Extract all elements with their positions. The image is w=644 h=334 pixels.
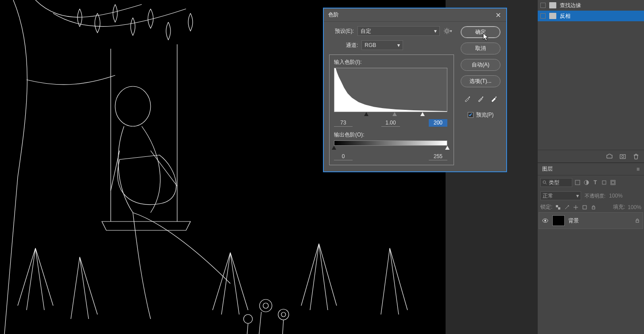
preset-value: 自定 <box>361 27 371 35</box>
input-black-field[interactable] <box>334 119 353 127</box>
svg-line-30 <box>448 29 449 30</box>
input-slider-track[interactable] <box>334 112 447 118</box>
input-levels-label: 输入色阶(I): <box>334 59 362 65</box>
right-panels: 查找边缘 反相 图层 ≡ 类型 T 正 <box>538 0 644 334</box>
layers-panel: 图层 ≡ 类型 T 正常 ▾ 不透明度: 100% 锁定: <box>538 163 644 229</box>
dialog-title-text: 色阶 <box>328 11 339 19</box>
channel-select[interactable]: RGB ▾ <box>361 40 403 50</box>
levels-dialog: 色阶 预设(E): 自定 ▾ ▾ 通道: RGB ▾ 输入色阶(I): <box>323 8 507 172</box>
cancel-button[interactable]: 取消 <box>461 43 500 54</box>
preset-select[interactable]: 自定 ▾ <box>357 26 440 36</box>
svg-line-28 <box>445 29 446 30</box>
svg-rect-13 <box>602 181 606 184</box>
ok-button[interactable]: 确定 <box>461 26 500 38</box>
lock-label: 锁定: <box>540 203 552 211</box>
fill-label: 填充: <box>613 203 625 211</box>
chevron-down-icon: ▾ <box>434 28 437 34</box>
layer-filter-type[interactable]: 类型 <box>540 178 572 187</box>
history-label: 反相 <box>560 12 570 20</box>
output-slider-track[interactable] <box>334 146 447 152</box>
history-checkbox[interactable] <box>540 3 546 8</box>
output-black-slider[interactable] <box>332 146 336 150</box>
fill-value[interactable]: 100% <box>628 204 641 210</box>
svg-line-29 <box>448 32 449 33</box>
history-item-invert[interactable]: 反相 <box>538 11 644 21</box>
eyedropper-black-icon[interactable] <box>463 94 472 103</box>
history-item-find-edges[interactable]: 查找边缘 <box>538 0 644 11</box>
document-icon <box>549 13 556 19</box>
output-black-field[interactable] <box>334 153 353 160</box>
output-gradient[interactable] <box>334 140 447 146</box>
history-label: 查找边缘 <box>560 2 581 9</box>
eyedropper-gray-icon[interactable] <box>476 94 485 103</box>
svg-rect-11 <box>575 180 580 185</box>
layer-thumbnail <box>552 215 565 226</box>
input-white-field[interactable] <box>429 119 447 127</box>
output-section: 输出色阶(O): <box>334 131 449 160</box>
trash-icon[interactable] <box>632 153 640 160</box>
camera-icon[interactable] <box>619 153 626 160</box>
svg-rect-15 <box>612 181 614 184</box>
auto-button[interactable]: 自动(A) <box>461 59 500 71</box>
dialog-titlebar[interactable]: 色阶 <box>324 8 506 22</box>
black-point-slider[interactable] <box>364 112 369 116</box>
preview-checkbox[interactable]: ✔ <box>468 112 473 118</box>
svg-line-31 <box>445 32 446 33</box>
output-levels-label: 输出色阶(O): <box>334 132 365 138</box>
lock-transparency-icon[interactable] <box>555 204 561 210</box>
input-values-row <box>334 119 447 127</box>
svg-line-10 <box>546 183 547 185</box>
preview-row: ✔ 预览(P) <box>468 111 494 119</box>
layer-item-background[interactable]: 背景 <box>539 212 643 229</box>
output-white-field[interactable] <box>429 153 447 160</box>
chevron-down-icon: ▾ <box>576 193 579 199</box>
history-checkbox[interactable] <box>540 13 546 19</box>
visibility-icon[interactable] <box>542 217 549 224</box>
channel-value: RGB <box>365 42 376 48</box>
lock-position-icon[interactable] <box>573 204 579 210</box>
channel-label: 通道: <box>346 42 358 49</box>
gamma-slider[interactable] <box>392 112 397 116</box>
eyedropper-white-icon[interactable] <box>489 94 498 103</box>
dialog-buttons: 确定 取消 自动(A) 选项(T)... ✔ 预览(P) <box>460 26 501 119</box>
output-white-slider[interactable] <box>445 146 450 150</box>
histogram[interactable] <box>334 68 447 112</box>
svg-point-21 <box>544 220 546 221</box>
svg-point-9 <box>543 181 546 183</box>
svg-point-8 <box>622 155 624 158</box>
filter-smartobject-icon[interactable] <box>609 179 617 186</box>
lock-artboard-icon[interactable] <box>582 204 588 210</box>
layer-lock-icon <box>635 218 640 223</box>
opacity-value[interactable]: 100% <box>609 193 623 199</box>
blend-mode-value: 正常 <box>543 192 553 200</box>
svg-rect-18 <box>583 206 586 209</box>
preset-label: 预设(E): <box>329 27 354 35</box>
lock-pixels-icon[interactable] <box>564 204 570 210</box>
output-values-row <box>334 153 447 160</box>
svg-rect-7 <box>620 155 625 159</box>
dialog-body: 预设(E): 自定 ▾ ▾ 通道: RGB ▾ 输入色阶(I): <box>324 22 506 171</box>
blend-mode-select[interactable]: 正常 ▾ <box>540 191 581 200</box>
filter-adjustment-icon[interactable] <box>583 179 590 186</box>
opacity-label: 不透明度: <box>585 193 605 199</box>
svg-rect-19 <box>592 207 595 209</box>
input-gamma-field[interactable] <box>381 119 400 127</box>
lock-all-icon[interactable] <box>590 204 597 210</box>
svg-rect-16 <box>556 205 558 207</box>
filter-pixel-icon[interactable] <box>574 179 581 186</box>
options-button[interactable]: 选项(T)... <box>461 75 500 87</box>
filter-type-icon[interactable]: T <box>592 179 599 186</box>
white-point-slider[interactable] <box>420 112 425 116</box>
panel-menu-icon[interactable]: ≡ <box>636 166 640 172</box>
preset-gear-icon[interactable]: ▾ <box>443 27 452 35</box>
close-icon[interactable] <box>495 12 502 19</box>
document-icon <box>549 2 556 8</box>
search-icon <box>543 180 547 185</box>
layers-tab-label: 图层 <box>542 165 553 173</box>
preview-label: 预览(P) <box>476 111 494 119</box>
filter-shape-icon[interactable] <box>601 179 608 186</box>
layers-tab[interactable]: 图层 ≡ <box>538 163 644 175</box>
eyedropper-group <box>463 94 498 103</box>
new-snapshot-icon[interactable] <box>606 153 613 160</box>
layer-name: 背景 <box>568 217 579 225</box>
